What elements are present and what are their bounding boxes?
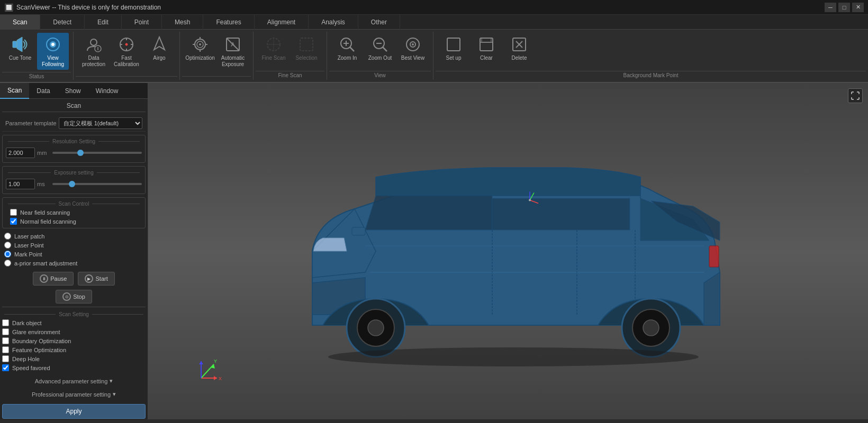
glare-env-checkbox[interactable] <box>2 328 9 335</box>
deep-hole-checkbox[interactable] <box>2 355 9 362</box>
laser-patch-radio[interactable] <box>4 233 11 240</box>
stop-button-row: ⊙ Stop <box>2 290 146 304</box>
scan-modes: Laser patch Laser Point Mark Point a-pri… <box>2 232 146 268</box>
ribbon-btn-cue-tone[interactable]: Cue Tone <box>4 33 36 69</box>
pause-button[interactable]: ⏸ Pause <box>33 272 74 286</box>
near-field-row: Near field scanning <box>6 208 142 217</box>
svg-point-8 <box>97 49 98 50</box>
ribbon-btn-setup[interactable]: Set up <box>438 33 469 69</box>
ribbon-btn-view-following[interactable]: View Following <box>37 33 69 70</box>
close-button[interactable]: ✕ <box>852 3 864 12</box>
feature-opt-label: Feature Optimization <box>12 347 66 353</box>
fullscreen-button[interactable] <box>848 88 863 103</box>
start-button[interactable]: ▶ Start <box>78 272 114 286</box>
parameter-template-row: Parameter template 自定义模板 1(default) <box>2 115 146 132</box>
cue-tone-icon <box>11 35 30 54</box>
ribbon: Cue Tone View Following Status <box>0 30 868 82</box>
stop-button[interactable]: ⊙ Stop <box>56 290 92 304</box>
resolution-slider[interactable] <box>52 152 142 154</box>
svg-point-18 <box>199 43 201 45</box>
dark-object-checkbox[interactable] <box>2 319 9 326</box>
resolution-title: Resolution Setting <box>6 137 142 145</box>
ribbon-btn-delete[interactable]: Delete <box>503 33 535 69</box>
ribbon-btn-zoom-out[interactable]: Zoom Out <box>364 33 396 69</box>
resolution-section: Resolution Setting mm <box>2 135 146 163</box>
menu-tab-scan[interactable]: Scan <box>0 15 40 30</box>
maximize-button[interactable]: □ <box>838 3 850 12</box>
sub-tab-show[interactable]: Show <box>58 83 88 99</box>
ribbon-btn-selection[interactable]: Selection <box>291 33 322 69</box>
ribbon-btn-optimization[interactable]: Optimization <box>184 33 216 69</box>
menu-tabs: Scan Detect Edit Point Mesh Features Ali… <box>0 15 868 30</box>
menu-tab-mesh[interactable]: Mesh <box>162 15 203 30</box>
scan-setting-section: Scan Setting Dark object Glare environme… <box>2 310 146 372</box>
fine-scan-icon <box>264 35 283 54</box>
resolution-input[interactable] <box>6 148 35 158</box>
menu-tab-other[interactable]: Other <box>358 15 400 30</box>
setup-icon <box>444 35 463 54</box>
ribbon-btn-automatic-exposure[interactable]: A Automatic Exposure <box>217 33 249 70</box>
speed-favored-row: Speed favored <box>2 363 146 372</box>
stop-icon: ⊙ <box>62 292 71 301</box>
ribbon-group-fine-scan: Fine Scan Selection Fine Scan <box>254 32 327 80</box>
mark-point-row: Mark Point <box>4 250 143 259</box>
svg-rect-43 <box>482 38 491 42</box>
ribbon-btn-fast-calibration[interactable]: Fast Calibration <box>111 33 142 70</box>
panel-content: Scan Parameter template 自定义模板 1(default)… <box>0 99 148 419</box>
near-field-checkbox[interactable] <box>10 209 17 216</box>
parameter-template-select[interactable]: 自定义模板 1(default) <box>59 117 142 129</box>
apply-button[interactable]: Apply <box>2 404 146 419</box>
menu-tab-point[interactable]: Point <box>122 15 162 30</box>
svg-point-70 <box>529 199 531 201</box>
ribbon-btn-zoom-in[interactable]: Zoom In <box>331 33 363 69</box>
sub-tab-window[interactable]: Window <box>88 83 126 99</box>
ribbon-btn-airgo[interactable]: Airgo <box>143 33 175 69</box>
laser-patch-row: Laser patch <box>4 232 143 241</box>
ribbon-btn-best-view[interactable]: Best View <box>397 33 429 69</box>
pause-icon: ⏸ <box>40 274 48 283</box>
professional-param-link[interactable]: Professional parameter setting ▾ <box>2 388 146 401</box>
minimize-button[interactable]: ─ <box>825 3 836 12</box>
titlebar: 🔲 ScanViewer -- This device is only for … <box>0 0 868 15</box>
exposure-title: Exposure setting <box>6 169 142 177</box>
speed-favored-checkbox[interactable] <box>2 364 9 371</box>
divider-1 <box>2 307 146 307</box>
glare-env-row: Glare environment <box>2 327 146 336</box>
menu-tab-detect[interactable]: Detect <box>40 15 85 30</box>
feature-opt-checkbox[interactable] <box>2 346 9 353</box>
exposure-section: Exposure setting ms <box>2 166 146 194</box>
exposure-input[interactable] <box>6 179 35 189</box>
normal-field-label: Normal field scanning <box>20 218 76 225</box>
sub-tab-scan[interactable]: Scan <box>0 83 29 99</box>
svg-line-68 <box>530 192 534 200</box>
a-prior-radio[interactable] <box>4 260 11 266</box>
svg-point-55 <box>643 320 659 336</box>
ribbon-btn-data-protection[interactable]: Data protection <box>78 33 110 70</box>
menu-tab-features[interactable]: Features <box>203 15 254 30</box>
boundary-opt-checkbox[interactable] <box>2 337 9 344</box>
mark-point-radio[interactable] <box>4 251 11 258</box>
exposure-slider[interactable] <box>52 183 142 185</box>
ribbon-btn-clear[interactable]: Clear <box>471 33 502 69</box>
ribbon-group-status2: Data protection Fast Calibration <box>74 32 180 80</box>
deep-hole-row: Deep Hole <box>2 354 146 363</box>
laser-point-radio[interactable] <box>4 242 11 249</box>
svg-text:X: X <box>219 376 222 381</box>
svg-rect-41 <box>480 38 493 51</box>
menu-tab-edit[interactable]: Edit <box>85 15 122 30</box>
laser-point-row: Laser Point <box>4 241 143 250</box>
menu-tab-alignment[interactable]: Alignment <box>255 15 309 30</box>
svg-rect-40 <box>447 38 460 51</box>
advanced-param-link[interactable]: Advanced parameter setting ▾ <box>2 374 146 388</box>
normal-field-checkbox[interactable] <box>10 218 17 225</box>
svg-line-67 <box>530 200 538 203</box>
toolbar: Scan Detect Edit Point Mesh Features Ali… <box>0 15 868 83</box>
main-layout: Scan Data Show Window Scan Parameter tem… <box>0 83 868 419</box>
resolution-row: mm <box>6 148 142 158</box>
chevron-down-icon-2: ▾ <box>113 391 116 398</box>
sub-tab-data[interactable]: Data <box>29 83 57 99</box>
ribbon-btn-fine-scan[interactable]: Fine Scan <box>258 33 290 69</box>
axis-gizmo <box>519 189 540 212</box>
menu-tab-analysis[interactable]: Analysis <box>309 15 358 30</box>
3d-viewport[interactable]: X Y <box>148 83 868 419</box>
